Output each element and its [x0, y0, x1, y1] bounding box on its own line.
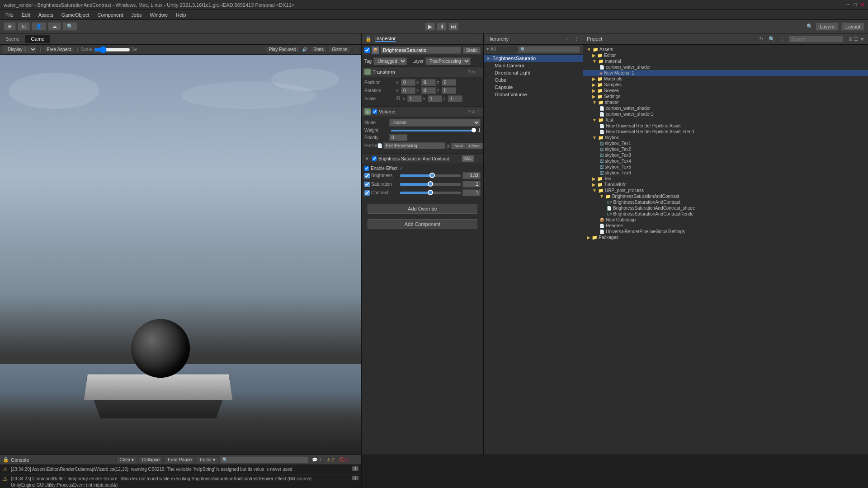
console-more-icon[interactable]: ⋮	[354, 457, 359, 463]
play-button[interactable]: ▶	[425, 23, 435, 31]
hierarchy-item-capsule[interactable]: Capsule	[484, 84, 583, 91]
menu-help[interactable]: Help	[172, 11, 190, 19]
maximize-btn[interactable]: □	[854, 2, 857, 8]
proj-item-stex4[interactable]: 🖼 skybox_Tex4	[583, 158, 868, 164]
proj-item-cws1[interactable]: 📄 cartoon_water_shader	[583, 105, 868, 111]
brightness-check[interactable]	[364, 173, 370, 178]
proj-item-bsc-cs[interactable]: C# BrightnessSaturationAndContrast	[583, 199, 868, 205]
proj-item-material[interactable]: ▼ 📁 material	[583, 58, 868, 64]
proj-item-new-material-1[interactable]: ◈ New Material 1	[583, 70, 868, 76]
new-profile-btn[interactable]: New	[451, 143, 466, 149]
volume-active-check[interactable]	[373, 109, 377, 114]
proj-item-editor[interactable]: ▶ 📁 Editor	[583, 52, 868, 58]
hierarchy-item-cube[interactable]: Cube	[484, 76, 583, 84]
bsc-all-btn[interactable]: ALL	[462, 155, 474, 162]
hierarchy-item-main-camera[interactable]: Main Camera	[484, 62, 583, 69]
rot-y[interactable]	[421, 87, 436, 94]
pos-y[interactable]	[421, 79, 436, 86]
transform-tools[interactable]: ⊕	[4, 22, 16, 31]
proj-star-icon[interactable]: ★	[860, 36, 864, 42]
pause-button[interactable]: ⏸	[437, 23, 447, 31]
proj-item-test[interactable]: ▼ 📁 Test	[583, 117, 868, 123]
proj-item-stex3[interactable]: 🖼 skybox_Tex3	[583, 152, 868, 158]
proj-item-materials[interactable]: ▶ 📁 Materials	[583, 76, 868, 82]
contrast-slider[interactable]	[400, 192, 461, 194]
console-entry-0[interactable]: ⚠ [23:34:20] Assets\Editor\RenderCubemap…	[0, 465, 361, 474]
menu-jobs[interactable]: Jobs	[127, 11, 145, 19]
priority-input[interactable]	[389, 134, 407, 141]
obj-name-input[interactable]	[381, 47, 461, 54]
console-lock-icon[interactable]: 🔒	[3, 457, 9, 463]
project-search[interactable]	[789, 36, 843, 42]
comp-settings-icon[interactable]: ⚙	[471, 70, 475, 75]
proj-item-tutorialinfo[interactable]: ▶ 📁 TutorialInfo	[583, 182, 868, 188]
proj-item-bsc-folder[interactable]: ▼ 📁 BrightnessSaturationAndContrast	[583, 193, 868, 199]
brightness-input[interactable]	[462, 172, 481, 179]
editor-btn[interactable]: Editor ▾	[197, 456, 218, 463]
profile-input[interactable]	[383, 142, 445, 149]
proj-item-stex5[interactable]: 🖼 skybox_Tex5	[583, 164, 868, 170]
gizmos-btn[interactable]: Gizmos	[329, 46, 350, 53]
clear-btn[interactable]: Clear ▾	[116, 456, 137, 463]
pos-x[interactable]	[401, 79, 415, 86]
hierarchy-search[interactable]	[518, 46, 580, 53]
minimize-btn[interactable]: ─	[847, 2, 850, 8]
console-entry-1[interactable]: ⚠ [23:34:23] CommandBuffer: temporary re…	[0, 474, 361, 488]
lock-icon[interactable]: 🔒	[365, 36, 372, 42]
console-search[interactable]	[220, 456, 308, 463]
display-select[interactable]: Display 1	[3, 46, 37, 53]
proj-item-settings[interactable]: ▶ 📁 Settings	[583, 94, 868, 99]
saturation-input[interactable]	[462, 181, 481, 188]
proj-list-icon[interactable]: ☰	[854, 36, 859, 42]
menu-component[interactable]: Component	[94, 11, 127, 19]
static-button[interactable]: Static	[463, 47, 481, 54]
saturation-check[interactable]	[364, 182, 370, 187]
obj-active-check[interactable]	[364, 47, 370, 53]
proj-item-urp[interactable]: ▼ 📁 URP_post_process	[583, 188, 868, 193]
layout-dropdown[interactable]: Layout	[841, 23, 864, 31]
rot-x[interactable]	[401, 87, 415, 94]
comp-menu-icon[interactable]: ⋮	[476, 70, 481, 75]
pivot-btn[interactable]: ⊡	[18, 22, 30, 31]
proj-item-assets[interactable]: ▼ 📁 Assets	[583, 47, 868, 52]
close-btn[interactable]: ✕	[860, 2, 864, 8]
weight-slider[interactable]	[391, 130, 476, 131]
step-button[interactable]: ⏭	[448, 23, 458, 31]
proj-view-icon[interactable]: ⊞	[849, 36, 853, 42]
search-btn[interactable]: 🔍	[63, 22, 77, 31]
volume-component-header[interactable]: ◈ Volume ? ⚙ ⋮	[362, 107, 483, 117]
bsc-menu-icon[interactable]: ⋮	[476, 156, 481, 162]
scale-slider[interactable]	[94, 46, 130, 53]
scale-y[interactable]	[428, 95, 442, 102]
proj-item-bsc-shade[interactable]: 📄 BrightnessSaturationAndContrast_shade	[583, 205, 868, 211]
add-component-button[interactable]: Add Component	[368, 219, 477, 229]
hierarchy-item-global-volume[interactable]: Global Volume	[484, 91, 583, 98]
contrast-input[interactable]	[462, 189, 481, 196]
proj-item-packages[interactable]: ▶ 📁 Packages	[583, 235, 868, 240]
vol-help-icon[interactable]: ?	[467, 109, 470, 114]
proj-item-nurpar[interactable]: 📄 New Universal Render Pipeline Asset_Re…	[583, 129, 868, 135]
proj-item-skybox[interactable]: ▼ 📁 skybox	[583, 135, 868, 141]
proj-more-icon[interactable]: ⋮	[780, 36, 785, 42]
proj-item-stex2[interactable]: 🖼 skybox_Tex2	[583, 146, 868, 152]
proj-item-cartoon-water-shader[interactable]: 📄 cartoon_water_shader	[583, 64, 868, 70]
proj-item-shader[interactable]: ▼ 📁 shader	[583, 99, 868, 105]
comp-help-icon[interactable]: ?	[467, 70, 470, 75]
account-btn[interactable]: 👤	[32, 22, 46, 31]
proj-item-stex6[interactable]: 🖼 skybox_Tex6	[583, 170, 868, 176]
transform-component-header[interactable]: ↔ Transform ? ⚙ ⋮	[362, 67, 483, 77]
proj-item-samples[interactable]: ▶ 📁 Samples	[583, 82, 868, 88]
proj-item-readme[interactable]: 📄 Readme	[583, 223, 868, 229]
proj-search-icon[interactable]: 🔍	[769, 36, 775, 42]
hier-more-icon[interactable]: ⋮	[574, 36, 579, 42]
layers-dropdown[interactable]: Layers	[816, 23, 839, 31]
aspect-select[interactable]: Free Aspect	[44, 46, 74, 53]
proj-item-tex[interactable]: ▶ 📁 Tex	[583, 176, 868, 182]
pos-z[interactable]	[442, 79, 456, 86]
add-override-button[interactable]: Add Override	[368, 204, 477, 214]
vol-settings-icon[interactable]: ⚙	[471, 109, 475, 114]
scale-z[interactable]	[448, 95, 462, 102]
menu-assets[interactable]: Assets	[35, 11, 57, 19]
proj-item-scenes[interactable]: ▶ 📁 Scenes	[583, 88, 868, 94]
saturation-slider[interactable]	[400, 183, 461, 186]
